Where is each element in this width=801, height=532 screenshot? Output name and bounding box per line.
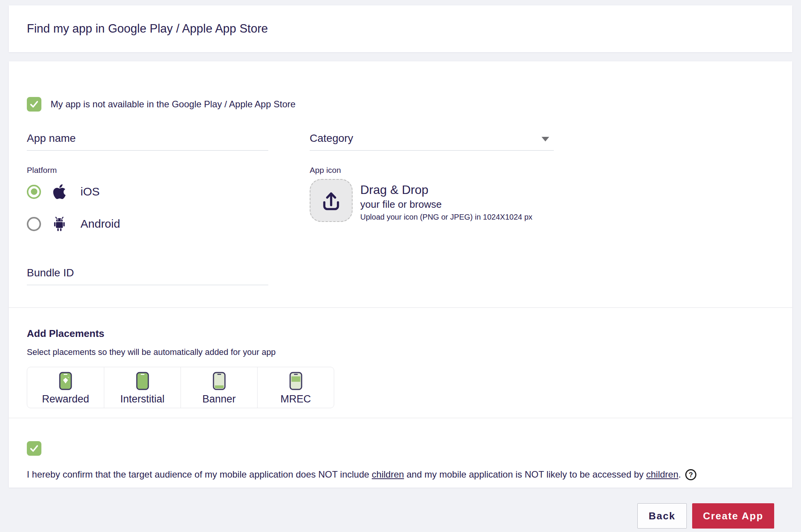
store-availability-checkbox[interactable]	[27, 97, 41, 112]
platform-appicon-row: Platform iOS	[27, 166, 774, 285]
name-category-row: App name Category	[27, 132, 774, 151]
svg-text:?: ?	[689, 471, 693, 479]
dropzone-subtitle[interactable]: your file or browse	[360, 199, 532, 210]
back-button[interactable]: Back	[637, 503, 687, 529]
ios-radio-label: iOS	[80, 185, 100, 198]
confirm-text-part: and my mobile application is NOT likely …	[404, 469, 646, 479]
app-icon-dropzone[interactable]	[310, 179, 353, 222]
placements-section: Add Placements Select placements so they…	[9, 307, 792, 418]
category-select[interactable]: Category	[310, 132, 554, 151]
placement-label: Rewarded	[42, 393, 89, 405]
android-radio-button[interactable]	[27, 217, 41, 231]
apple-icon	[51, 183, 68, 200]
app-details-section: My app is not available in the Google Pl…	[9, 61, 792, 307]
bundle-id-wrap: Bundle ID	[27, 267, 310, 285]
app-icon-dropzone-row: Drag & Drop your file or browse Upload y…	[310, 179, 774, 222]
app-name-input[interactable]: App name	[27, 132, 268, 151]
create-app-form-card: My app is not available in the Google Pl…	[9, 61, 792, 488]
placement-label: Interstitial	[120, 393, 165, 405]
platform-column: Platform iOS	[27, 166, 310, 285]
placement-banner[interactable]: Banner	[181, 367, 257, 408]
placement-rewarded[interactable]: Rewarded	[27, 367, 104, 408]
placements-subtitle: Select placements so they will be automa…	[27, 347, 774, 357]
placement-mrec[interactable]: MREC	[257, 367, 334, 408]
dropzone-text: Drag & Drop your file or browse Upload y…	[360, 179, 532, 222]
coppa-confirm-text: I hereby confirm that the target audienc…	[27, 469, 774, 481]
placement-interstitial[interactable]: Interstitial	[104, 367, 181, 408]
dropzone-title: Drag & Drop	[360, 183, 532, 197]
app-name-placeholder: App name	[27, 132, 76, 144]
store-availability-row: My app is not available in the Google Pl…	[27, 61, 774, 112]
create-app-button[interactable]: Create App	[692, 503, 774, 529]
dropzone-hint: Upload your icon (PNG or JPEG) in 1024X1…	[360, 213, 532, 222]
android-icon	[51, 215, 68, 233]
interstitial-phone-icon	[136, 372, 149, 390]
banner-phone-icon	[213, 372, 226, 390]
checkmark-icon	[28, 99, 40, 110]
bundle-id-input[interactable]: Bundle ID	[27, 267, 268, 285]
bundle-id-placeholder: Bundle ID	[27, 267, 74, 279]
upload-icon	[320, 189, 343, 212]
help-circle-icon[interactable]: ?	[685, 469, 697, 481]
checkmark-icon	[28, 443, 40, 454]
page-header: Find my app in Google Play / Apple App S…	[9, 5, 792, 52]
rewarded-phone-icon	[59, 372, 72, 390]
platform-label: Platform	[27, 166, 310, 175]
app-icon-label: App icon	[310, 166, 774, 175]
platform-radio-android[interactable]: Android	[27, 215, 310, 233]
platform-radio-ios[interactable]: iOS	[27, 183, 310, 200]
android-radio-label: Android	[80, 217, 120, 230]
confirm-text-part: .	[678, 469, 681, 479]
confirmation-section: I hereby confirm that the target audienc…	[9, 418, 792, 488]
children-link-2[interactable]: children	[646, 469, 678, 479]
placements-title: Add Placements	[27, 308, 774, 340]
placement-label: MREC	[281, 393, 311, 405]
store-availability-label: My app is not available in the Google Pl…	[51, 99, 295, 110]
coppa-confirm-checkbox[interactable]	[27, 441, 41, 456]
category-placeholder: Category	[310, 132, 353, 144]
placement-label: Banner	[202, 393, 236, 405]
placements-grid: Rewarded Interstitial Banner	[27, 367, 334, 408]
confirm-text-part: I hereby confirm that the target audienc…	[27, 469, 372, 479]
page-title: Find my app in Google Play / Apple App S…	[27, 22, 268, 36]
children-link-1[interactable]: children	[372, 469, 404, 479]
form-actions: Back Create App	[0, 488, 801, 529]
mrec-phone-icon	[289, 372, 302, 390]
ios-radio-button[interactable]	[27, 185, 41, 199]
app-icon-column: App icon Drag & Drop your f	[310, 166, 774, 285]
chevron-down-icon	[542, 137, 549, 141]
